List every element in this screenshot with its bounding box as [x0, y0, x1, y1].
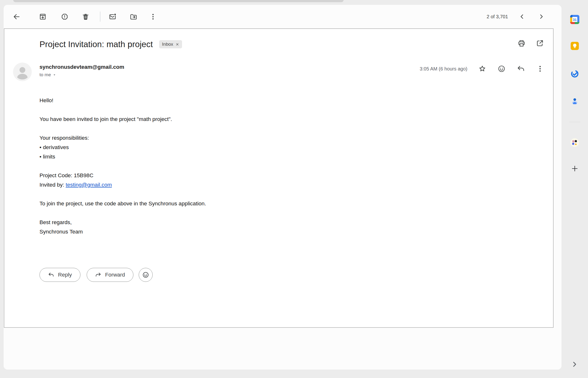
newer-button[interactable]: [516, 11, 528, 22]
side-panel-rail: 31: [561, 0, 588, 378]
google-tasks-icon: [570, 69, 579, 78]
google-calendar-icon: 31: [570, 15, 579, 24]
reply-arrow-icon: [48, 272, 54, 278]
contacts-app-button[interactable]: [568, 94, 582, 108]
mail-toolbar: 2 of 3,701: [4, 5, 561, 28]
older-button[interactable]: [535, 11, 547, 22]
email-card: Project Invitation: math project Inbox: [4, 28, 554, 328]
more-vert-icon: [536, 65, 544, 73]
pagination: 2 of 3,701: [487, 11, 561, 22]
tasks-app-button[interactable]: [568, 67, 582, 81]
open-in-new-icon: [535, 39, 544, 48]
avatar: [13, 63, 32, 81]
forward-button[interactable]: Forward: [87, 268, 134, 282]
forward-label: Forward: [105, 272, 125, 278]
more-message-button[interactable]: [534, 63, 546, 75]
calendar-app-button[interactable]: 31: [568, 13, 582, 26]
print-icon: [517, 39, 526, 48]
email-subject: Project Invitation: math project: [40, 40, 153, 49]
sender-meta: synchronusdevteam@gmail.com to me: [40, 63, 124, 77]
addon-app-button[interactable]: [568, 136, 582, 149]
sender-row: synchronusdevteam@gmail.com to me 3:05 A…: [13, 63, 546, 81]
sender-email: synchronusdevteam@gmail.com: [40, 64, 124, 70]
delete-button[interactable]: [80, 11, 91, 22]
open-in-new-button[interactable]: [535, 39, 545, 48]
star-button[interactable]: [476, 63, 488, 75]
mark-unread-button[interactable]: [107, 11, 118, 22]
mark-unread-icon: [109, 13, 116, 21]
shapes-addon-icon: [570, 138, 580, 148]
move-to-button[interactable]: [128, 11, 139, 22]
message-actions: 3:05 AM (6 hours ago): [420, 63, 546, 75]
emoji-smile-icon: [142, 271, 149, 278]
mail-view-panel: 2 of 3,701 Project Invitation: math proj…: [4, 5, 561, 370]
get-addons-button[interactable]: [568, 162, 582, 175]
recipient-details-toggle[interactable]: to me: [40, 72, 124, 77]
back-button[interactable]: [11, 11, 22, 22]
archive-button[interactable]: [37, 11, 48, 22]
inbox-label-text: Inbox: [162, 41, 173, 47]
reply-label: Reply: [58, 272, 72, 278]
caret-down-icon: [53, 73, 56, 77]
invited-by-label: Invited by:: [40, 182, 66, 188]
forward-arrow-icon: [95, 272, 101, 278]
timestamp: 3:05 AM (6 hours ago): [420, 66, 467, 72]
chevron-right-icon: [571, 360, 579, 368]
body-paragraphs-2: To join the project, use the code above …: [40, 189, 401, 236]
inbox-label-chip[interactable]: Inbox: [159, 40, 182, 48]
print-button[interactable]: [517, 39, 526, 48]
report-spam-icon: [61, 13, 69, 21]
calendar-date-label: 31: [573, 18, 577, 22]
hide-side-panel-button[interactable]: [568, 358, 582, 371]
move-to-folder-icon: [129, 13, 138, 21]
google-keep-icon: [570, 41, 579, 51]
chevron-right-icon: [538, 13, 545, 20]
reply-button[interactable]: Reply: [40, 268, 80, 282]
chevron-left-icon: [518, 13, 526, 20]
toolbar-divider: [100, 12, 100, 22]
reply-icon-button[interactable]: [515, 63, 527, 75]
invited-by-link[interactable]: testing@gmail.com: [66, 182, 112, 188]
google-contacts-icon: [570, 96, 579, 106]
message-doc-actions: [517, 39, 545, 48]
pagination-count: 2 of 3,701: [487, 14, 508, 19]
body-paragraphs-1: Hello! You have been invited to join the…: [40, 96, 401, 180]
add-reaction-button[interactable]: [496, 63, 507, 75]
window-top-remnant: [13, 0, 344, 2]
keep-app-button[interactable]: [568, 39, 582, 53]
add-reaction-button-bottom[interactable]: [139, 268, 153, 282]
recipient-text: to me: [40, 72, 51, 77]
plus-icon: [571, 164, 579, 173]
invited-by-line: Invited by: testing@gmail.com: [40, 180, 401, 189]
label-remove-icon[interactable]: [175, 42, 179, 46]
trash-icon: [82, 13, 90, 21]
rail-divider: [569, 122, 580, 122]
more-toolbar-button[interactable]: [147, 11, 159, 22]
email-body: Hello! You have been invited to join the…: [40, 96, 401, 236]
archive-icon: [39, 13, 47, 21]
star-icon: [478, 65, 487, 73]
back-arrow-icon: [13, 13, 20, 21]
subject-row: Project Invitation: math project Inbox: [40, 40, 505, 49]
emoji-smile-icon: [498, 65, 506, 73]
more-vert-icon: [149, 13, 157, 21]
reply-actions-row: Reply Forward: [40, 268, 153, 282]
reply-arrow-icon: [517, 65, 525, 73]
report-spam-button[interactable]: [59, 11, 70, 22]
